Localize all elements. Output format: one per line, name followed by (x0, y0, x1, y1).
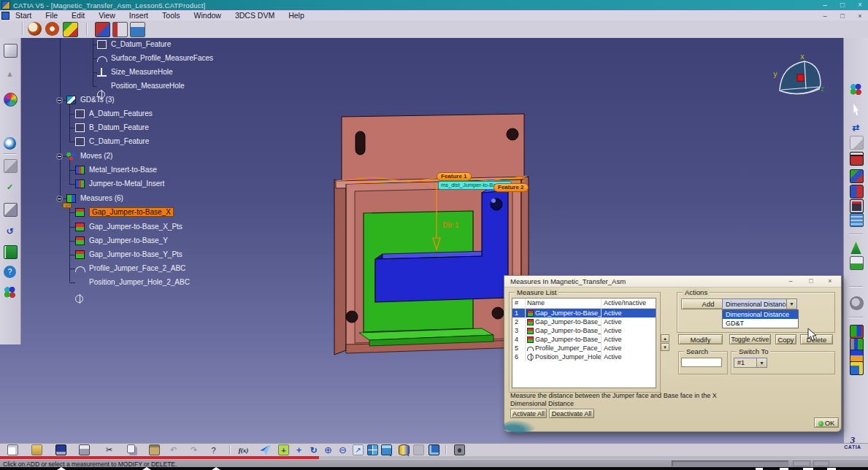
print-icon[interactable] (79, 444, 90, 455)
menu-start[interactable]: Start (14, 11, 33, 20)
measure-row-1[interactable]: 1Gap_Jumper-to-Base_XActive (512, 309, 656, 317)
view-magnifier-icon[interactable] (28, 22, 42, 36)
dialog-minimize-button[interactable]: – (786, 277, 796, 285)
menu-edit[interactable]: Edit (70, 11, 86, 20)
ok-button[interactable]: OK (814, 417, 839, 428)
tree-item-position-jumper-hole-2-abc[interactable]: Position_Jumper_Hole_2_ABC (89, 277, 190, 287)
toggle-active-button[interactable]: Toggle Active (729, 334, 771, 344)
tree-item-c-datum-feature[interactable]: C_Datum_Feature (111, 39, 171, 49)
combo-dropdown-arrow-icon[interactable]: ▼ (756, 358, 767, 367)
tree-item-jumper-to-metal-insert[interactable]: Jumper-to-Metal_Insert (89, 179, 164, 188)
part-pair-icon[interactable] (850, 185, 864, 199)
feature1-label[interactable]: Feature 1 (437, 172, 472, 181)
film-frame-icon[interactable] (850, 199, 864, 213)
render-globe-icon[interactable] (45, 22, 59, 36)
count-blocks-icon[interactable] (850, 325, 864, 339)
color-box-icon[interactable] (850, 169, 864, 183)
copy-icon[interactable] (127, 444, 135, 453)
menu-view[interactable]: View (97, 11, 117, 20)
normal-view-icon[interactable]: ↗ (353, 444, 364, 455)
video-control-partial[interactable] (142, 467, 151, 470)
close-button[interactable]: × (855, 1, 865, 9)
combo-dropdown-arrow-icon[interactable]: ▼ (786, 299, 796, 309)
image-chart-icon[interactable] (850, 256, 864, 270)
doc-close-button[interactable]: × (855, 12, 865, 20)
tree-item-measures-6[interactable]: Measures (6) (80, 193, 123, 203)
gear-pointer-icon[interactable] (850, 296, 864, 310)
dialog-close-button[interactable]: × (825, 277, 835, 285)
paint-palette-icon[interactable] (63, 22, 78, 37)
measure-row-3[interactable]: 3Gap_Jumper-to-Base_YActive (512, 326, 656, 335)
measures-dialog[interactable]: Measures In Magnetic_Transfer_Asm – □ × … (504, 275, 842, 432)
restore-button[interactable]: □ (837, 1, 848, 9)
tree-item-gap-jumper-to-base-y-pts[interactable]: Gap_Jumper-to-Base_Y_Pts (89, 250, 183, 259)
tree-item-c-datum-feature[interactable]: C_Datum_Feature (89, 136, 149, 146)
base-left-wall[interactable] (334, 180, 346, 355)
tree-item-a-datum-features[interactable]: A_Datum_Features (89, 109, 153, 118)
layer-stack-icon[interactable] (850, 213, 864, 227)
iso-view-icon[interactable] (381, 444, 392, 455)
feature2-label[interactable]: Feature 2 (493, 183, 529, 192)
tree-item-gd-ts-3[interactable]: GD&Ts (3) (80, 95, 115, 104)
tree-item-size-measurehole[interactable]: Size_MeasureHole (111, 67, 173, 77)
status-button-2[interactable] (813, 461, 829, 466)
dropdown-option-gd-t[interactable]: GD&T (723, 319, 798, 328)
tree-item-gap-jumper-to-base-x[interactable]: Gap_Jumper-to-Base_X (89, 207, 174, 217)
video-player-strip[interactable] (0, 467, 868, 470)
doc-restore-button[interactable]: □ (837, 12, 848, 20)
render-style-icon[interactable] (399, 444, 410, 455)
deactivate-all-button[interactable]: Deactivate All (549, 409, 594, 418)
clapperboard-icon[interactable] (850, 152, 864, 166)
measure-type-combo[interactable]: Dimensional Distance ▼ (722, 298, 797, 309)
open-folder-icon[interactable] (31, 444, 42, 455)
sketch-insert-icon[interactable] (850, 361, 864, 375)
menu-tools[interactable]: Tools (161, 11, 182, 20)
menu-window[interactable]: Window (193, 11, 223, 20)
camera-icon[interactable] (454, 444, 465, 455)
move-down-button[interactable]: ▼ (661, 343, 669, 351)
fit-all-in-icon[interactable]: + (278, 444, 289, 455)
menu-3dcs-dvm[interactable]: 3DCS DVM (234, 11, 276, 20)
formula-fx-icon[interactable]: f(x) (238, 444, 249, 455)
measure-row-4[interactable]: 4Gap_Jumper-to-Base_Y_PtsActive (512, 335, 656, 344)
paste-icon[interactable] (149, 444, 160, 455)
eraser-icon[interactable] (850, 136, 864, 150)
modify-button[interactable]: Modify (678, 334, 723, 344)
data-table-icon[interactable] (130, 22, 145, 37)
rotate-icon[interactable]: ↻ (308, 444, 319, 455)
save-icon[interactable] (55, 444, 66, 455)
status-button-1[interactable] (793, 461, 810, 466)
measure-row-5[interactable]: 5Profile_Jumper_Face_2_ABCActive (512, 344, 656, 352)
zoom-in-icon[interactable]: ⊕ (323, 444, 334, 455)
tree-item-surface-profile-measurefaces[interactable]: Surface_Profile_MeasureFaces (111, 53, 213, 63)
video-control-partial[interactable] (212, 467, 220, 470)
status-input-field[interactable] (672, 461, 788, 466)
3d-viewport[interactable]: C_Datum_FeatureSurface_Profile_MeasureFa… (0, 38, 868, 443)
swap-arrows-icon[interactable]: ⇄ (850, 121, 862, 134)
zoom-out-icon[interactable]: ⊖ (337, 444, 348, 455)
tree-item-gap-jumper-to-base-y[interactable]: Gap_Jumper-to-Base_Y (89, 236, 168, 245)
tree-collapse-node[interactable] (56, 153, 63, 160)
doc-minimize-button[interactable]: – (820, 12, 830, 20)
switch-to-combo[interactable]: #1 ▼ (734, 358, 767, 368)
measure-type-dropdown-list[interactable]: Dimensional DistanceGD&T (722, 309, 799, 328)
tree-collapse-node[interactable] (56, 97, 63, 104)
select-cursor-icon[interactable] (850, 104, 862, 116)
redo-icon[interactable]: ↷ (188, 444, 199, 455)
quad-view-icon[interactable] (367, 444, 378, 455)
orientation-compass[interactable]: x y z (772, 53, 829, 104)
minimize-button[interactable]: – (820, 1, 830, 9)
tree-item-moves-2[interactable]: Moves (2) (80, 151, 112, 161)
measure-list-table[interactable]: # Name Active/Inactive 1Gap_Jumper-to-Ba… (512, 298, 656, 388)
dialog-titlebar[interactable]: Measures In Magnetic_Transfer_Asm – □ × (504, 276, 841, 288)
tree-cone-icon[interactable] (850, 242, 862, 254)
copy-button[interactable]: Copy (775, 334, 796, 344)
cut-icon[interactable]: ✂ (104, 444, 115, 455)
dropdown-option-dimensional-distance[interactable]: Dimensional Distance (723, 310, 798, 319)
menu-help[interactable]: Help (287, 11, 306, 20)
compass-red-square[interactable] (797, 74, 804, 81)
tree-item-profile-jumper-face-2-abc[interactable]: Profile_Jumper_Face_2_ABC (89, 263, 185, 273)
dialog-maximize-button[interactable]: □ (806, 277, 816, 285)
new-window-icon[interactable] (429, 444, 439, 455)
product-nodes-icon[interactable] (112, 22, 128, 37)
